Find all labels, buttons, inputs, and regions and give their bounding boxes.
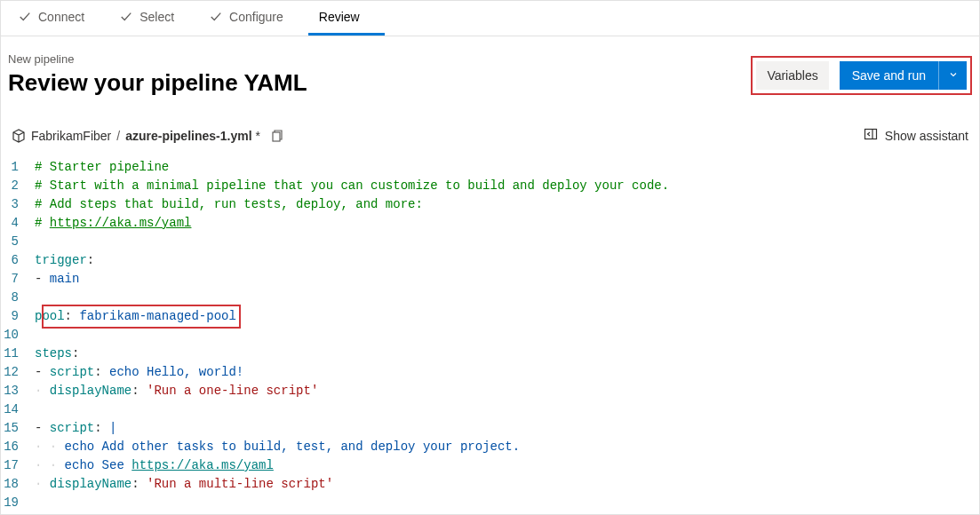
- tab-select[interactable]: Select: [109, 1, 199, 36]
- tab-review[interactable]: Review: [308, 1, 385, 36]
- tab-connect[interactable]: Connect: [8, 1, 109, 36]
- panel-icon: [864, 127, 878, 144]
- check-icon: [210, 11, 222, 23]
- check-icon: [19, 11, 31, 23]
- copy-icon[interactable]: [269, 129, 283, 143]
- page-title: Review your pipeline YAML: [8, 69, 307, 97]
- page-subtitle: New pipeline: [8, 52, 307, 66]
- wizard-tabs: Connect Select Configure Review: [1, 1, 979, 36]
- repo-icon: [12, 129, 26, 143]
- path-bar: FabrikamFiber / azure-pipelines-1.yml * …: [1, 102, 979, 151]
- save-run-button[interactable]: Save and run: [840, 61, 938, 90]
- show-assistant-label: Show assistant: [885, 129, 968, 143]
- yaml-editor[interactable]: 1# Starter pipeline 2# Start with a mini…: [1, 151, 979, 512]
- show-assistant-link[interactable]: Show assistant: [864, 127, 968, 144]
- tab-label: Connect: [38, 10, 84, 24]
- tab-label: Review: [319, 10, 360, 24]
- svg-rect-0: [273, 132, 280, 141]
- save-run-group: Save and run: [840, 61, 967, 90]
- tab-label: Configure: [229, 10, 283, 24]
- action-buttons-highlight: Variables Save and run: [751, 56, 972, 95]
- check-icon: [120, 11, 132, 23]
- file-name: azure-pipelines-1.yml *: [125, 129, 260, 143]
- save-run-dropdown[interactable]: [938, 61, 967, 90]
- chevron-down-icon: [948, 69, 959, 83]
- tab-label: Select: [139, 10, 174, 24]
- repo-name[interactable]: FabrikamFiber: [31, 129, 111, 143]
- variables-button[interactable]: Variables: [756, 61, 828, 90]
- path-separator: /: [116, 129, 120, 143]
- title-area: New pipeline Review your pipeline YAML V…: [1, 36, 979, 102]
- tab-configure[interactable]: Configure: [199, 1, 308, 36]
- svg-rect-1: [864, 130, 876, 139]
